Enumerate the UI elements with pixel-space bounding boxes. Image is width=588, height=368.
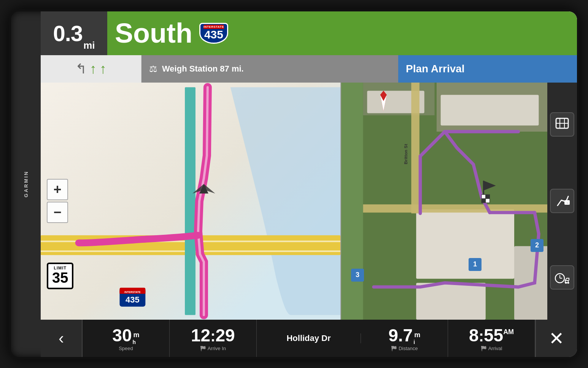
arrival-hour: 8 [469,325,479,346]
svg-rect-34 [486,199,490,203]
arrival-label: 🏁 Arrival [481,346,502,351]
svg-rect-31 [482,194,486,199]
brand-label: GARMIN [11,11,41,357]
arrive-label: 🏁 Arrive In [200,346,226,351]
plan-arrival-text: Plan Arrival [406,63,465,75]
plan-arrival-panel[interactable]: Plan Arrival [398,55,577,83]
zoom-in-button[interactable]: + [47,179,68,200]
main-content: INTERSTATE 435 INTERSTATE 435 + − [41,83,577,320]
distance-value-display: 9.7 m i [388,325,420,346]
zoom-out-button[interactable]: − [47,202,68,223]
distance-unit-sub: i [413,339,420,345]
map-view-button[interactable] [550,112,574,137]
straight-icon-2: ↑ [100,61,106,77]
speed-number: 30 [112,325,132,346]
interstate-number: 435 [204,29,223,40]
top-bar: 0.3 mi South INTERSTATE 435 [41,11,577,55]
speed-value-display: 30 m h [112,325,139,346]
maneuver-icons: ↰ ↑ ↑ [41,55,141,83]
svg-text:→: → [566,201,569,205]
map-view-icon [555,117,570,132]
waypoint-2: 2 [531,239,544,252]
arrival-value-display: 8 : 55 AM [469,325,514,346]
route-icon: → [555,193,570,209]
distance-unit-main: m [414,331,420,339]
distance-unit: mi [83,40,95,51]
turn-left-icon: ↰ [75,61,87,77]
zoom-controls: + − [47,179,68,223]
direction-text: South [115,18,192,49]
truck-clock-icon [555,270,570,285]
svg-text:Britton St: Britton St [403,144,408,164]
distance-box-bottom: 9.7 m i 🏁 Distance [361,320,448,357]
distance-number: 9.7 [388,325,413,346]
alert-text: Weigh Station 87 mi. [162,64,244,74]
arrival-box: 8 : 55 AM 🏁 Arrival [448,320,535,357]
speed-box: 30 m h Speed [83,320,170,357]
weigh-station-icon: ⚖ [149,64,157,74]
right-panel: Britton St W 10th St [341,83,577,320]
brand-text: GARMIN [23,170,29,198]
distance-box: 0.3 mi [41,11,107,55]
svg-text:INTERSTATE: INTERSTATE [124,290,141,293]
back-icon: ‹ [59,329,64,347]
map-svg: INTERSTATE 435 INTERSTATE 435 [41,83,340,320]
arrive-flag-icon: 🏁 [200,346,206,351]
screen: 0.3 mi South INTERSTATE 435 ↰ ↑ ↑ ⚖ Weig… [41,11,577,357]
speed-limit-sign: LIMIT 35 [47,263,73,289]
svg-rect-22 [416,209,514,279]
speed-unit-sub: h [133,339,140,345]
svg-rect-3 [185,87,195,315]
arrival-flag-icon: 🏁 [481,346,487,351]
speed-unit-main: m [133,331,140,339]
left-map[interactable]: INTERSTATE 435 INTERSTATE 435 + − [41,83,341,320]
distance-flag-icon: 🏁 [391,346,397,351]
interstate-shield: INTERSTATE 435 [199,23,228,44]
arrival-colon: : [479,328,484,345]
svg-rect-20 [441,95,539,126]
arrive-minutes: 29 [216,325,235,346]
close-button[interactable]: ✕ [535,320,577,357]
svg-point-49 [567,282,569,284]
satellite-view: Britton St W 10th St [341,83,577,320]
svg-text:435: 435 [126,295,140,304]
arrive-colon: : [210,328,215,345]
svg-rect-32 [486,194,490,199]
distance-label: 🏁 Distance [391,346,418,351]
current-road-text: Holliday Dr [286,333,331,343]
speed-limit-label: LIMIT [52,266,68,270]
arrival-minutes: 55 [484,325,503,346]
waypoint-3: 3 [351,269,364,282]
direction-box: South INTERSTATE 435 [107,11,577,55]
arrive-hours: 12 [191,325,210,346]
route-button[interactable]: → [550,189,574,213]
close-icon: ✕ [549,328,564,349]
svg-rect-33 [482,199,486,203]
speed-limit-value: 35 [52,270,68,286]
satellite-svg: Britton St W 10th St [341,83,577,320]
arrive-in-box: 12 : 29 🏁 Arrive In [170,320,257,357]
waypoint-1: 1 [469,258,482,271]
svg-rect-23 [416,283,486,320]
truck-arrival-button[interactable] [550,265,574,290]
distance-value: 0.3 [53,21,83,46]
arrive-value-display: 12 : 29 [191,325,235,346]
second-row: ↰ ↑ ↑ ⚖ Weigh Station 87 mi. Plan Arriva… [41,55,577,83]
alert-bar: ⚖ Weigh Station 87 mi. [141,55,398,83]
current-road-display: Holliday Dr [257,333,361,343]
arrival-ampm: AM [503,328,514,336]
back-button[interactable]: ‹ [41,320,83,357]
side-buttons: → [547,83,577,320]
straight-icon-1: ↑ [90,61,97,77]
speed-label: Speed [119,346,133,351]
bottom-bar: ‹ 30 m h Speed 12 : 29 [41,320,577,357]
garmin-device: GARMIN 0.3 mi South INTERSTATE 435 ↰ ↑ ↑ [9,9,579,359]
svg-rect-25 [411,83,419,213]
svg-point-48 [565,282,567,284]
